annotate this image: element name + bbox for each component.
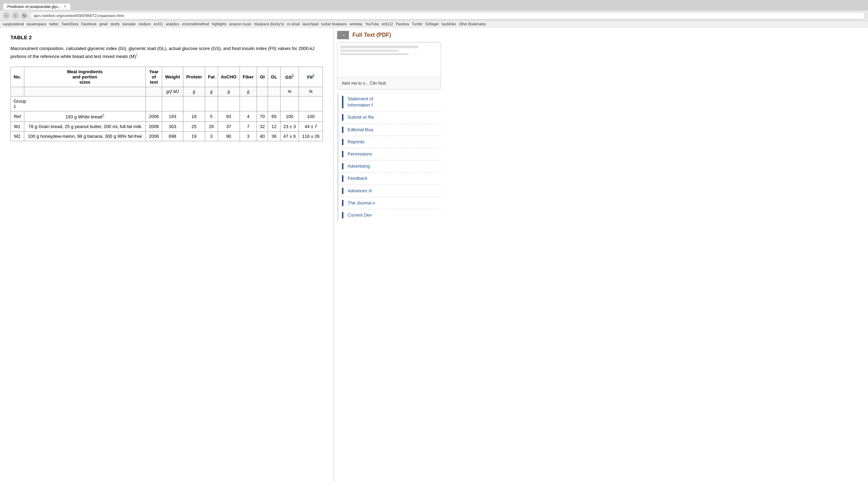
col-year: Yearoftest — [146, 67, 162, 87]
bookmark-tweetdeck[interactable]: TweetDeck — [61, 22, 78, 26]
sidebar-item-advances[interactable]: Advances in — [339, 185, 441, 197]
bookmark-tumblr[interactable]: Tumblr — [412, 22, 423, 26]
row-m1-gl: 12 — [268, 122, 281, 132]
nav-bar-indicator — [342, 151, 343, 157]
bookmark-econmath[interactable]: econmathmethod — [182, 22, 209, 26]
row-m2-fiber: 3 — [240, 132, 257, 141]
table-row: Ref 193 g White bread3 2006 193 19 5 93 … — [11, 111, 323, 121]
sidebar-item-label: The Journal o — [348, 200, 375, 206]
row-ref-avcho: 93 — [218, 111, 240, 121]
bookmark-pandora[interactable]: Pandora — [396, 22, 409, 26]
unit-no — [11, 87, 24, 96]
table-title: TABLE 2 — [10, 34, 323, 40]
bookmark-supplyisideral[interactable]: supplyisideral — [3, 22, 24, 26]
row-m2-gs: 47 ± 6 — [280, 132, 299, 141]
bookmark-ec6112[interactable]: ec6112 — [382, 22, 393, 26]
sidebar-item-label: Editorial Boa — [348, 127, 373, 133]
alert-box: Alert me to n... Clin Nutr — [337, 77, 441, 89]
row-m2-meal: 100 g honeydew-melon, 98 g banana, 300 g… — [24, 132, 146, 141]
row-m1-fat: 26 — [205, 122, 218, 132]
col-gs: GS2 — [280, 67, 299, 87]
pdf-section-header: → Full Text (PDF) — [334, 27, 444, 39]
sidebar-item-advertising[interactable]: Advertising — [339, 160, 441, 173]
row-ref-fat: 5 — [205, 111, 218, 121]
forward-button[interactable]: › — [12, 12, 19, 19]
bookmark-schlager[interactable]: Schlager — [425, 22, 439, 26]
units-row: g/2 MJ g g g g % % — [11, 87, 323, 96]
col-fiber: Fiber — [240, 67, 257, 87]
row-m1-year: 2006 — [146, 122, 162, 132]
tab-bar: Prediction of postprandial glyc... ✕ — [0, 0, 868, 10]
group-gi — [257, 96, 268, 111]
bookmark-ec411[interactable]: ec411 — [153, 22, 163, 26]
bookmark-squarespace[interactable]: squarespace — [27, 22, 47, 26]
sidebar-item-reprints[interactable]: Reprints — [339, 136, 441, 148]
address-bar[interactable]: ajcn.nutrition.org/content/93/5/984/T2.e… — [30, 12, 865, 19]
pdf-arrow-button[interactable]: → — [337, 31, 349, 39]
bookmark-bluejeans[interactable]: bluejeans (becky's) — [254, 22, 284, 26]
bookmark-gmail[interactable]: gmail — [99, 22, 108, 26]
bookmark-amazon-music[interactable]: amazon music — [229, 22, 251, 26]
col-fii: FII2 — [299, 67, 323, 87]
bookmark-youtube[interactable]: YouTube — [365, 22, 379, 26]
row-m2-avcho: 90 — [218, 132, 240, 141]
active-tab[interactable]: Prediction of postprandial glyc... ✕ — [3, 3, 71, 10]
sidebar-item-label: Feedback — [348, 175, 367, 182]
sidebar-item-permissions[interactable]: Permissions — [339, 148, 441, 160]
bookmark-co-email[interactable]: co email — [287, 22, 300, 26]
table-caption: Macronutrient composition, calculated gl… — [10, 45, 323, 60]
row-m1-weight: 303 — [162, 122, 183, 132]
sidebar-item-feedback[interactable]: Feedback — [339, 173, 441, 185]
bookmark-workday[interactable]: workday — [350, 22, 362, 26]
sidebar-item-current[interactable]: Current Dev — [339, 209, 441, 221]
bookmark-translate[interactable]: translate — [123, 22, 136, 26]
bookmark-medium[interactable]: medium — [139, 22, 151, 26]
alert-text: Alert me to n... Clin Nutr — [342, 81, 386, 86]
sidebar-item-editorial[interactable]: Editorial Boa — [339, 124, 441, 136]
table-row: Group1 — [11, 96, 323, 111]
bookmark-facebook[interactable]: Facebook — [81, 22, 97, 26]
row-m1-gi: 32 — [257, 122, 268, 132]
row-ref-gl: 65 — [268, 111, 281, 121]
sidebar-item-label: Permissions — [348, 151, 372, 157]
unit-gs: % — [280, 87, 299, 96]
bookmark-launchpad[interactable]: launchpad — [302, 22, 318, 26]
full-text-pdf-title[interactable]: Full Text (PDF) — [352, 32, 391, 38]
unit-year — [146, 87, 162, 96]
bookmark-other[interactable]: Other Bookmarks — [459, 22, 486, 26]
bookmark-tushar[interactable]: tushar bluejeans — [321, 22, 347, 26]
row-m2-gi: 40 — [257, 132, 268, 141]
row-m1-no: M1 — [11, 122, 24, 132]
nav-bar-indicator — [342, 188, 343, 194]
nav-bar-indicator — [342, 139, 343, 145]
data-table: No. Meal ingredientsand portionsizes Yea… — [10, 67, 323, 141]
sidebar-item-label: Current Dev — [348, 212, 372, 218]
reload-button[interactable]: ↻ — [21, 12, 28, 19]
sidebar-item-statement[interactable]: Statement ofInformation f — [339, 93, 441, 111]
bookmark-storify[interactable]: storify — [110, 22, 120, 26]
unit-protein: g — [183, 87, 205, 96]
row-m2-year: 2006 — [146, 132, 162, 141]
nav-bar-indicator — [342, 127, 343, 133]
pdf-box: Alert me to n... Clin Nutr — [337, 42, 441, 90]
row-ref-no: Ref — [11, 111, 24, 121]
nav-bar-indicator — [342, 96, 343, 108]
tab-close-button[interactable]: ✕ — [64, 5, 66, 8]
table-row: M2 100 g honeydew-melon, 98 g banana, 30… — [11, 132, 323, 141]
sidebar-item-submit[interactable]: Submit or Re — [339, 111, 441, 124]
group-year — [146, 96, 162, 111]
caption-superscript: 1 — [136, 53, 138, 57]
bookmark-analytics[interactable]: analytics — [166, 22, 180, 26]
col-fat: Fat — [205, 67, 218, 87]
back-button[interactable]: ‹ — [3, 12, 10, 19]
sidebar-item-journal[interactable]: The Journal o — [339, 197, 441, 209]
bookmark-twitter[interactable]: twitter — [49, 22, 59, 26]
caption-text: Macronutrient composition, calculated gl… — [10, 46, 315, 59]
bookmark-highlights[interactable]: highlights — [212, 22, 226, 26]
sidebar-item-label: Advertising — [348, 163, 370, 169]
sidebar-item-label: Statement ofInformation f — [348, 96, 373, 108]
main-content: TABLE 2 Macronutrient composition, calcu… — [0, 27, 333, 482]
row-m2-gl: 36 — [268, 132, 281, 141]
bookmark-backlinks[interactable]: backlinks — [442, 22, 456, 26]
unit-gi — [257, 87, 268, 96]
